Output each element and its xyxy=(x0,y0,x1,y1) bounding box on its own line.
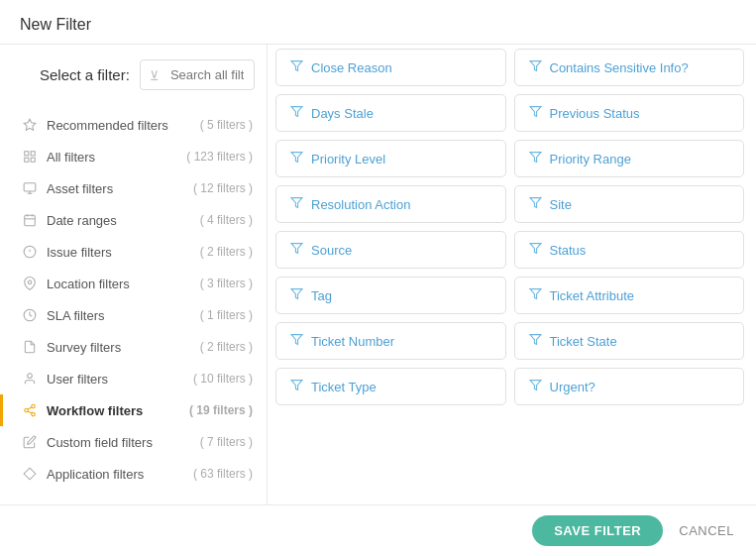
svg-point-20 xyxy=(32,412,36,416)
clock-icon xyxy=(21,306,39,324)
filter-icon xyxy=(290,242,303,258)
svg-rect-8 xyxy=(25,215,36,226)
svg-rect-1 xyxy=(25,152,29,156)
filter-card-ticket-number[interactable]: Ticket Number xyxy=(275,322,506,360)
diamond-icon xyxy=(21,465,39,483)
svg-point-17 xyxy=(28,374,33,379)
filter-card-previous-status[interactable]: Previous Status xyxy=(514,94,745,132)
filter-card-label: Previous Status xyxy=(550,106,640,121)
workflow-icon xyxy=(21,401,39,419)
doc-icon xyxy=(21,338,39,356)
sidebar-item-user[interactable]: User filters ( 10 filters ) xyxy=(0,363,267,394)
sidebar-item-all[interactable]: All filters ( 123 filters ) xyxy=(0,141,267,172)
save-filter-button[interactable]: SAVE FILTER xyxy=(532,515,663,546)
sidebar-item-survey[interactable]: Survey filters ( 2 filters ) xyxy=(0,331,267,363)
svg-line-22 xyxy=(28,407,32,409)
filter-card-site[interactable]: Site xyxy=(514,185,745,223)
sidebar-item-workflow[interactable]: Workflow filters ( 19 filters ) xyxy=(0,394,267,426)
filter-card-ticket-attribute[interactable]: Ticket Attribute xyxy=(514,277,745,314)
sidebar-item-issue[interactable]: Issue filters ( 2 filters ) xyxy=(0,236,267,268)
sidebar-item-count: ( 2 filters ) xyxy=(200,245,253,259)
sidebar-item-label: User filters xyxy=(47,372,187,387)
filter-icon xyxy=(529,287,542,303)
sidebar-item-count: ( 1 filters ) xyxy=(200,308,253,322)
sidebar-item-application[interactable]: Application filters ( 63 filters ) xyxy=(0,458,267,490)
svg-point-18 xyxy=(32,404,36,408)
filter-icon xyxy=(529,333,542,349)
filter-icon xyxy=(290,59,303,75)
top-row: Select a filter: ⊻ xyxy=(0,45,267,105)
filter-card-ticket-state[interactable]: Ticket State xyxy=(514,322,745,360)
sidebar-item-label: All filters xyxy=(47,150,180,165)
filter-card-label: Priority Level xyxy=(311,152,385,167)
svg-rect-2 xyxy=(31,152,35,156)
sidebar-item-label: Custom field filters xyxy=(47,435,194,450)
filter-card-tag[interactable]: Tag xyxy=(275,277,506,314)
filter-card-label: Site xyxy=(550,197,572,212)
sidebar-item-label: Date ranges xyxy=(47,213,194,228)
edit-icon xyxy=(21,433,39,451)
sidebar-item-count: ( 10 filters ) xyxy=(193,372,253,386)
sidebar-item-label: SLA filters xyxy=(47,308,194,323)
sidebar-item-count: ( 19 filters ) xyxy=(189,403,253,417)
modal-body: Select a filter: ⊻ Recommended filters (… xyxy=(0,45,756,504)
filter-icon xyxy=(290,379,303,394)
filter-icon xyxy=(529,196,542,212)
monitor-icon xyxy=(21,179,39,197)
alert-icon xyxy=(21,243,39,261)
sidebar-item-label: Workflow filters xyxy=(47,403,183,418)
sidebar-item-sla[interactable]: SLA filters ( 1 filters ) xyxy=(0,299,267,331)
filter-icon xyxy=(290,196,303,212)
search-input-wrap: ⊻ xyxy=(140,59,255,90)
filter-card-label: Days Stale xyxy=(311,106,374,121)
person-icon xyxy=(21,370,39,388)
sidebar-item-label: Asset filters xyxy=(47,181,187,196)
filter-card-ticket-type[interactable]: Ticket Type xyxy=(275,368,506,405)
sidebar-item-asset[interactable]: Asset filters ( 12 filters ) xyxy=(0,172,267,204)
svg-marker-23 xyxy=(24,468,36,480)
filter-icon xyxy=(290,105,303,121)
select-filter-label: Select a filter: xyxy=(20,55,140,95)
sidebar-item-recommended[interactable]: Recommended filters ( 5 filters ) xyxy=(0,109,267,141)
cancel-button[interactable]: CANCEL xyxy=(673,515,740,546)
filter-card-status[interactable]: Status xyxy=(514,231,745,269)
svg-rect-3 xyxy=(25,158,29,162)
right-panel: Close Reason Contains Sensitive Info? Da… xyxy=(268,45,756,504)
sidebar-item-count: ( 2 filters ) xyxy=(200,340,253,354)
filter-card-contains-sensitive[interactable]: Contains Sensitive Info? xyxy=(514,49,745,86)
modal: New Filter Select a filter: ⊻ Recommende… xyxy=(0,0,756,556)
grid-icon xyxy=(21,148,39,166)
filter-icon xyxy=(290,151,303,167)
filter-card-days-stale[interactable]: Days Stale xyxy=(275,94,506,132)
sidebar-item-count: ( 4 filters ) xyxy=(200,213,253,227)
modal-title: New Filter xyxy=(20,16,91,33)
sidebar-item-count: ( 123 filters ) xyxy=(186,150,253,164)
svg-marker-0 xyxy=(24,119,36,130)
filter-card-priority-range[interactable]: Priority Range xyxy=(514,140,745,177)
sidebar-item-label: Location filters xyxy=(47,277,194,291)
filter-card-priority-level[interactable]: Priority Level xyxy=(275,140,506,177)
filter-card-close-reason[interactable]: Close Reason xyxy=(275,49,506,86)
calendar-icon xyxy=(21,211,39,229)
sidebar-item-count: ( 12 filters ) xyxy=(193,181,253,195)
svg-rect-5 xyxy=(24,183,36,191)
filter-card-label: Tag xyxy=(311,288,332,303)
svg-point-19 xyxy=(25,408,29,412)
sidebar-item-label: Issue filters xyxy=(47,245,194,260)
filter-card-resolution-action[interactable]: Resolution Action xyxy=(275,185,506,223)
sidebar-item-custom[interactable]: Custom field filters ( 7 filters ) xyxy=(0,426,267,458)
left-panel: Select a filter: ⊻ Recommended filters (… xyxy=(0,45,268,504)
filter-card-urgent[interactable]: Urgent? xyxy=(514,368,745,405)
filter-icon xyxy=(290,333,303,349)
sidebar-item-label: Recommended filters xyxy=(47,118,194,133)
sidebar-item-date[interactable]: Date ranges ( 4 filters ) xyxy=(0,204,267,236)
svg-line-21 xyxy=(28,411,32,413)
filter-card-source[interactable]: Source xyxy=(275,231,506,269)
modal-footer: SAVE FILTER CANCEL xyxy=(0,504,756,556)
filter-card-label: Ticket Type xyxy=(311,380,377,394)
modal-header: New Filter xyxy=(0,0,756,45)
search-icon: ⊻ xyxy=(150,67,160,82)
filter-icon xyxy=(290,287,303,303)
sidebar-item-count: ( 63 filters ) xyxy=(193,467,253,481)
sidebar-item-location[interactable]: Location filters ( 3 filters ) xyxy=(0,268,267,299)
